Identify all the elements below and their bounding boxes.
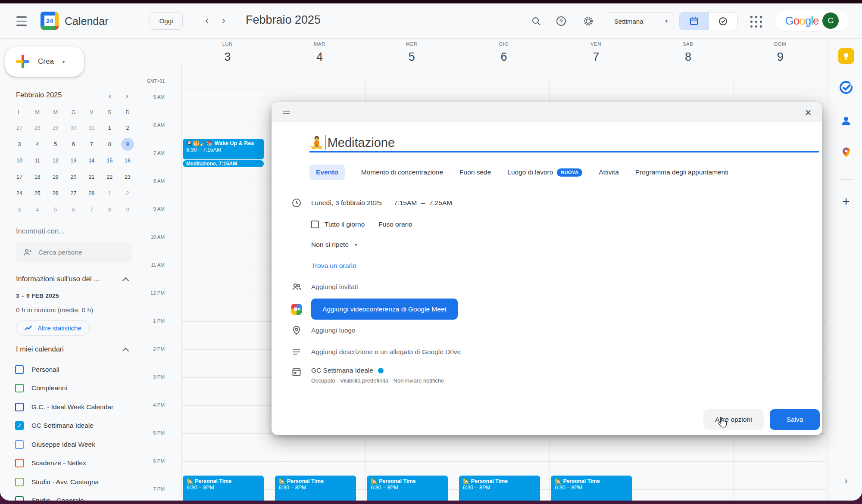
event-title-row[interactable]: 🧘 Meditazione <box>309 133 395 152</box>
event-type-tab[interactable]: Evento <box>309 165 345 180</box>
find-time-link[interactable]: Trova un orario <box>311 262 356 270</box>
calendar-list-item[interactable]: Scadenze - Netlex <box>6 454 141 473</box>
prev-week-button[interactable]: ‹ <box>199 13 215 28</box>
mini-calendar-day[interactable]: 19 <box>47 169 65 185</box>
settings-gear-icon[interactable] <box>579 12 597 30</box>
mini-calendar-day[interactable]: 27 <box>65 185 83 202</box>
event-date[interactable]: Lunedì, 3 febbraio 2025 <box>311 199 382 207</box>
mini-calendar-day[interactable]: 30 <box>65 120 83 136</box>
add-description-row[interactable]: Aggiungi descrizione o un allegato di Go… <box>291 343 461 361</box>
day-number[interactable]: 7 <box>550 50 642 64</box>
mini-calendar-day[interactable]: 28 <box>28 120 47 136</box>
add-location-placeholder[interactable]: Aggiungi luogo <box>311 327 356 334</box>
mini-calendar-day[interactable]: 18 <box>28 169 47 185</box>
mini-calendar-day[interactable]: 7 <box>82 136 100 152</box>
calendar-list-item[interactable]: G.C. - Ideal Week Calendar <box>6 398 141 417</box>
event-type-tab[interactable]: Luogo di lavoro NUOVA <box>507 168 582 177</box>
event-type-tab[interactable]: Attività <box>599 168 619 176</box>
mini-calendar-day[interactable]: 8 <box>100 202 119 218</box>
event-type-tab[interactable]: Fuori sede <box>459 168 491 176</box>
today-button[interactable]: Oggi <box>150 12 183 30</box>
meditation-event-strip[interactable]: Meditazione, 7:15AM <box>182 160 264 168</box>
wake-up-event[interactable]: 🍳🥞🧹📚 Wake Up & Rea 6:30 – 7:15AM <box>183 139 264 159</box>
mini-calendar-day[interactable]: 27 <box>10 120 28 136</box>
tasks-view-toggle[interactable] <box>709 12 738 30</box>
next-week-button[interactable]: › <box>216 13 231 28</box>
day-number[interactable]: 6 <box>458 50 550 64</box>
add-guests-row[interactable]: Aggiungi invitati <box>291 278 358 296</box>
event-start-time[interactable]: 7:15AM <box>394 199 417 207</box>
google-contacts-icon[interactable] <box>838 112 854 129</box>
personal-time-event[interactable]: 🏡 Personal Time 6:30 – 8PM <box>183 476 264 501</box>
mini-calendar-day[interactable]: 15 <box>100 152 119 169</box>
calendar-list-item[interactable]: Giuseppe Ideal Week <box>6 435 141 454</box>
calendar-checkbox[interactable] <box>15 384 24 392</box>
view-selector-dropdown[interactable]: Settimana ▾ <box>607 12 674 30</box>
personal-time-event[interactable]: 🏡 Personal Time 6:30 – 8PM <box>367 476 448 501</box>
close-icon[interactable]: × <box>801 105 815 120</box>
mini-calendar-day[interactable]: 13 <box>65 152 83 169</box>
more-statistics-button[interactable]: Altre statistiche <box>16 320 90 336</box>
event-type-tab[interactable]: Momento di concentrazione <box>361 168 443 176</box>
timezone-link[interactable]: Fuso orario <box>378 221 412 228</box>
mini-calendar-day[interactable]: 4 <box>28 136 47 152</box>
calendar-selection-row[interactable]: GC Settimana Ideale Occupato · Visibilit… <box>291 363 444 384</box>
main-menu-icon[interactable] <box>14 16 29 27</box>
mini-calendar-day[interactable]: 14 <box>82 152 100 169</box>
mini-calendar-day[interactable]: 17 <box>10 169 28 185</box>
personal-time-event[interactable]: 🏡 Personal Time 6:30 – 8PM <box>275 476 356 501</box>
add-meet-button[interactable]: Aggiungi videoconferenza di Google Meet <box>311 299 458 320</box>
create-button[interactable]: Crea ▾ <box>5 47 84 77</box>
search-people-input[interactable]: Cerca persone <box>16 242 132 263</box>
calendar-checkbox[interactable]: ✓ <box>15 421 24 430</box>
all-day-checkbox[interactable] <box>311 221 319 228</box>
calendar-checkbox[interactable] <box>15 403 24 411</box>
mini-calendar-day[interactable]: 6 <box>65 202 83 218</box>
mini-calendar-day[interactable]: 26 <box>47 185 65 202</box>
calendar-logo-icon[interactable]: 24 <box>41 12 59 30</box>
calendar-view-toggle[interactable] <box>680 12 709 30</box>
chevron-down-icon[interactable]: ▾ <box>62 59 65 65</box>
mini-calendar-prev-button[interactable]: ‹ <box>104 90 116 102</box>
personal-time-event[interactable]: 🏡 Personal Time 6:30 – 8PM <box>459 476 540 501</box>
mini-calendar-day[interactable]: 20 <box>65 169 83 185</box>
mini-calendar-day[interactable]: 22 <box>100 169 119 185</box>
event-end-time[interactable]: 7:25AM <box>429 199 452 207</box>
google-tasks-icon[interactable] <box>838 79 854 96</box>
day-number[interactable]: 3 <box>181 50 274 64</box>
google-apps-grid-icon[interactable] <box>749 15 763 29</box>
mini-calendar-day[interactable]: 7 <box>82 202 100 218</box>
add-location-row[interactable]: Aggiungi luogo <box>291 322 356 339</box>
calendar-checkbox[interactable] <box>15 478 24 486</box>
calendar-checkbox[interactable] <box>15 365 24 374</box>
day-number[interactable]: 8 <box>642 50 734 64</box>
day-number[interactable]: 5 <box>365 50 458 64</box>
event-datetime-row[interactable]: Lunedì, 3 febbraio 2025 7:15AM – 7:25AM <box>291 194 452 212</box>
google-account-pill[interactable]: Google G <box>774 10 850 31</box>
mini-calendar-day[interactable]: 1 <box>100 120 119 136</box>
mini-calendar-day[interactable]: 31 <box>82 120 100 136</box>
calendar-color-dot[interactable] <box>378 368 384 373</box>
mini-calendar-day[interactable]: 3 <box>10 136 28 152</box>
mini-calendar-day[interactable]: 24 <box>10 185 28 202</box>
day-number[interactable]: 4 <box>274 50 366 64</box>
calendar-list-item[interactable]: Compleanni <box>6 379 141 398</box>
calendar-list-item[interactable]: ✓ GC Settimana Ideale <box>6 417 141 436</box>
mini-calendar-day[interactable]: 8 <box>100 136 119 152</box>
mini-calendar-day[interactable]: 3 <box>10 202 28 218</box>
mini-calendar-day[interactable]: 4 <box>28 202 47 218</box>
add-guests-placeholder[interactable]: Aggiungi invitati <box>311 283 358 291</box>
personal-time-event[interactable]: 🏡 Personal Time 6:30 – 8PM <box>551 476 632 501</box>
mini-calendar-day[interactable]: 12 <box>47 152 65 169</box>
calendar-list-item[interactable]: Studio - Avv. Castagna <box>6 473 141 492</box>
event-title-input[interactable]: Meditazione <box>328 136 395 150</box>
calendar-list-item[interactable]: Personali <box>6 360 141 379</box>
mini-calendar-day[interactable]: 5 <box>47 136 65 152</box>
mini-calendar-day[interactable]: 10 <box>10 152 28 169</box>
get-addons-button[interactable]: + <box>839 194 853 209</box>
mini-calendar-day[interactable]: 21 <box>82 169 100 185</box>
hide-side-panel-icon[interactable]: › <box>839 474 853 488</box>
mini-calendar-day[interactable]: 28 <box>82 185 100 202</box>
search-icon[interactable] <box>527 12 545 30</box>
calendar-checkbox[interactable] <box>15 496 24 501</box>
